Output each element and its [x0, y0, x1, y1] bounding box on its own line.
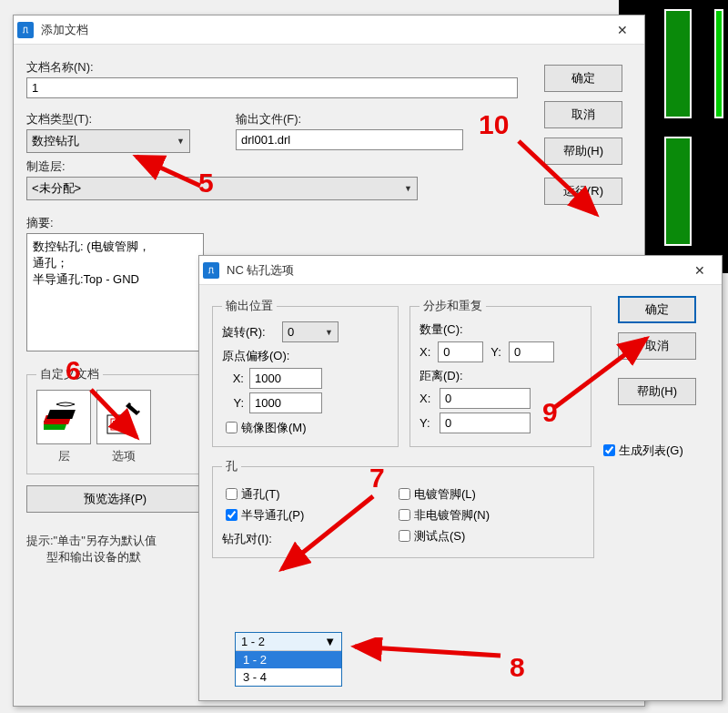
help-button[interactable]: 帮助(H): [544, 138, 622, 165]
svg-rect-5: [113, 421, 117, 424]
rotate-value: 0: [288, 325, 294, 339]
dialog-title: 添加文档: [41, 22, 604, 38]
holes-group: 孔 通孔(T) 半导通孔(P) 钻孔对(I):: [212, 458, 594, 558]
app-icon: ⎍: [17, 22, 34, 38]
summary-label: 摘要:: [26, 215, 544, 231]
partial-hole-checkbox[interactable]: [226, 509, 238, 521]
layer-label: 制造层:: [26, 158, 544, 175]
drill-pair-value: 1 - 2: [241, 635, 265, 648]
options-caption: 选项: [96, 448, 151, 464]
app-icon: ⎍: [203, 262, 219, 279]
count-label: 数量(C):: [420, 321, 581, 338]
x-label: X:: [420, 345, 430, 359]
rotate-select[interactable]: 0 ▼: [282, 321, 339, 342]
partial-hole-label: 半导通孔(P): [241, 507, 304, 524]
through-hole-row[interactable]: 通孔(T): [222, 485, 395, 503]
summary-line: 数控钻孔: (电镀管脚，: [33, 239, 197, 255]
options-button[interactable]: [96, 390, 151, 444]
chevron-down-icon: ▼: [404, 184, 412, 193]
test-point-label: 测试点(S): [414, 528, 465, 545]
hint-text: 提示:"单击"另存为默认值: [26, 534, 157, 547]
doc-name-label: 文档名称(N):: [26, 59, 544, 76]
summary-box: 数控钻孔: (电镀管脚， 通孔； 半导通孔:Top - GND: [26, 233, 204, 351]
options-icon: [104, 397, 144, 437]
close-icon[interactable]: ✕: [604, 17, 641, 43]
chevron-down-icon: ▼: [177, 137, 185, 146]
summary-line: 半导通孔:Top - GND: [33, 271, 197, 288]
step-repeat-group: 分步和重复 数量(C): X: Y: 距离(D): X: Y:: [410, 298, 592, 447]
dialog-titlebar[interactable]: ⎍ 添加文档 ✕: [14, 15, 644, 45]
through-hole-checkbox[interactable]: [226, 488, 238, 500]
test-point-checkbox[interactable]: [399, 530, 410, 542]
origin-y-input[interactable]: [249, 392, 322, 413]
drill-pair-selected[interactable]: 1 - 2 ▼: [236, 633, 341, 651]
distance-label: 距离(D):: [420, 368, 581, 384]
y-label: Y:: [222, 396, 249, 410]
y-label: Y:: [490, 345, 501, 359]
gen-list-checkbox[interactable]: [603, 444, 615, 456]
holes-legend: 孔: [222, 458, 241, 474]
layers-button[interactable]: [36, 390, 91, 444]
layers-caption: 层: [36, 448, 91, 464]
y-label: Y:: [420, 416, 440, 430]
output-file-input[interactable]: [236, 129, 463, 150]
summary-line: 通孔；: [33, 255, 197, 271]
drill-pair-label: 钻孔对(I):: [222, 531, 395, 547]
origin-offset-label: 原点偏移(O):: [222, 348, 389, 364]
dist-x-input[interactable]: [440, 388, 531, 409]
count-y-input[interactable]: [509, 341, 554, 362]
dialog-titlebar[interactable]: ⎍ NC 钻孔选项 ✕: [199, 256, 722, 285]
count-x-input[interactable]: [438, 341, 483, 362]
doc-type-select[interactable]: 数控钻孔 ▼: [26, 129, 190, 153]
chevron-down-icon: ▼: [325, 328, 333, 337]
doc-type-label: 文档类型(T):: [26, 111, 217, 127]
plated-pin-label: 电镀管脚(L): [414, 486, 476, 503]
unplated-pin-checkbox[interactable]: [399, 509, 410, 521]
custom-doc-legend: 自定义文档: [36, 366, 103, 382]
hint-text: 型和输出设备的默: [46, 550, 141, 564]
x-label: X:: [420, 392, 440, 405]
unplated-pin-label: 非电镀管脚(N): [414, 507, 490, 524]
run-button[interactable]: 运行(R): [544, 178, 622, 205]
partial-hole-row[interactable]: 半导通孔(P): [222, 506, 395, 524]
custom-doc-group: 自定义文档 层: [26, 366, 204, 474]
chevron-down-icon: ▼: [324, 635, 336, 648]
doc-type-value: 数控钻孔: [32, 133, 79, 149]
layer-value: <未分配>: [32, 180, 81, 197]
output-position-group: 输出位置 旋转(R): 0 ▼ 原点偏移(O): X: Y:: [212, 298, 399, 447]
origin-x-input[interactable]: [249, 368, 322, 389]
layer-select[interactable]: <未分配> ▼: [26, 177, 418, 200]
drill-pair-dropdown[interactable]: 1 - 2 ▼ 1 - 2 3 - 4: [235, 632, 342, 687]
mirror-checkbox[interactable]: [226, 422, 238, 433]
gen-list-row[interactable]: 生成列表(G): [600, 442, 709, 459]
through-hole-label: 通孔(T): [241, 486, 280, 503]
rotate-label: 旋转(R):: [222, 324, 282, 341]
gen-list-label: 生成列表(G): [619, 443, 683, 459]
mirror-checkbox-row[interactable]: 镜像图像(M): [222, 419, 389, 436]
cancel-button[interactable]: 取消: [618, 332, 696, 360]
output-position-legend: 输出位置: [222, 298, 277, 314]
dialog-title: NC 钻孔选项: [227, 262, 682, 279]
help-button[interactable]: 帮助(H): [618, 378, 696, 405]
unplated-pin-row[interactable]: 非电镀管脚(N): [395, 506, 490, 524]
step-repeat-legend: 分步和重复: [420, 298, 486, 314]
mirror-label: 镜像图像(M): [241, 420, 307, 436]
plated-pin-row[interactable]: 电镀管脚(L): [395, 485, 490, 503]
dist-y-input[interactable]: [440, 413, 531, 433]
test-point-row[interactable]: 测试点(S): [395, 527, 490, 545]
cancel-button[interactable]: 取消: [544, 101, 622, 128]
svg-rect-2: [46, 410, 76, 419]
ok-button[interactable]: 确定: [618, 296, 696, 323]
layers-icon: [44, 397, 84, 437]
drill-pair-option[interactable]: 1 - 2: [236, 651, 341, 668]
close-icon[interactable]: ✕: [682, 258, 718, 283]
doc-name-input[interactable]: [26, 77, 518, 98]
plated-pin-checkbox[interactable]: [399, 488, 410, 500]
ok-button[interactable]: 确定: [544, 65, 622, 92]
output-file-label: 输出文件(F):: [236, 111, 544, 127]
preview-selection-button[interactable]: 预览选择(P): [26, 485, 204, 513]
x-label: X:: [222, 372, 249, 385]
drill-pair-option[interactable]: 3 - 4: [236, 668, 341, 686]
